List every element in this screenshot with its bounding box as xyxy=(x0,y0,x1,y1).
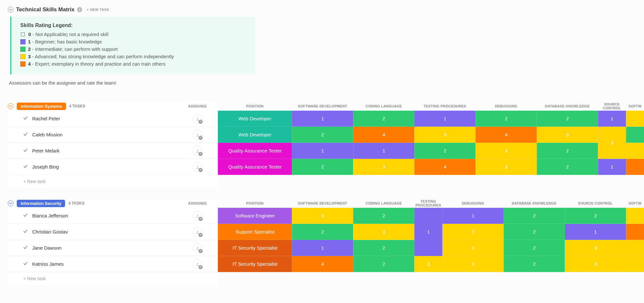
rating-cell[interactable]: 2 xyxy=(565,208,626,224)
group-pill[interactable]: Information Security xyxy=(17,200,65,207)
rating-cell[interactable]: 2 xyxy=(476,111,537,127)
rating-cell[interactable]: 2 xyxy=(353,208,414,224)
rating-cell[interactable]: 1 xyxy=(598,159,626,175)
position-cell[interactable]: Quality Assurance Tester xyxy=(218,159,292,175)
rating-cell[interactable]: 2 xyxy=(504,256,565,272)
section-collapse-toggle[interactable] xyxy=(8,7,14,13)
rating-cell[interactable]: 3 xyxy=(353,224,414,240)
rating-cell[interactable]: 4 xyxy=(414,159,476,175)
position-cell[interactable]: Quality Assurance Tester xyxy=(218,143,292,159)
add-assignee-button[interactable]: + xyxy=(193,227,202,237)
new-task-button[interactable]: + New task xyxy=(8,272,218,285)
rating-cell[interactable]: 2 xyxy=(504,224,565,240)
rating-cell[interactable]: 2 xyxy=(414,143,476,159)
column-header-skill: TESTING PROCEDURES xyxy=(414,102,476,111)
position-cell[interactable]: Software Engineer xyxy=(218,208,292,224)
rating-cell[interactable]: 3 xyxy=(598,127,626,159)
info-icon[interactable]: i xyxy=(77,7,82,12)
check-icon[interactable] xyxy=(23,213,28,218)
rating-cell[interactable] xyxy=(626,111,644,127)
group-collapse-toggle[interactable] xyxy=(8,103,14,109)
rating-cell[interactable]: 1 xyxy=(414,111,476,127)
rating-cell[interactable] xyxy=(626,256,644,272)
rating-cell[interactable] xyxy=(626,208,644,224)
task-row[interactable]: Peter Melark+ xyxy=(8,143,218,159)
rating-cell[interactable]: 3 xyxy=(292,208,353,224)
check-icon[interactable] xyxy=(23,245,28,251)
plus-icon: + xyxy=(198,233,203,237)
add-assignee-button[interactable]: + xyxy=(193,211,202,221)
rating-cell[interactable]: 2 xyxy=(292,127,353,143)
add-assignee-button[interactable]: + xyxy=(193,114,202,124)
check-icon[interactable] xyxy=(23,132,28,137)
rating-cell[interactable]: 4 xyxy=(353,127,414,143)
check-icon[interactable] xyxy=(23,261,28,267)
task-row[interactable]: Joseph Bing+ xyxy=(8,159,218,175)
rating-cell[interactable]: 1 xyxy=(414,208,442,256)
position-cell[interactable]: IT Security Specialist xyxy=(218,240,292,256)
rating-cell[interactable]: 1 xyxy=(598,111,626,127)
rating-cell[interactable] xyxy=(626,127,644,143)
task-row[interactable]: Caleb Mission+ xyxy=(8,127,218,143)
task-row[interactable]: Jane Dawson+ xyxy=(8,240,218,256)
rating-cell[interactable]: 2 xyxy=(504,208,565,224)
add-assignee-button[interactable]: + xyxy=(193,259,202,269)
rating-cell[interactable]: 3 xyxy=(414,256,442,272)
rating-cell[interactable]: 3 xyxy=(414,127,476,143)
position-cell[interactable]: Web Developer xyxy=(218,127,292,143)
position-cell[interactable]: Web Developer xyxy=(218,111,292,127)
rating-cell[interactable] xyxy=(626,240,644,256)
add-assignee-button[interactable]: + xyxy=(193,130,202,140)
new-task-button[interactable]: + New task xyxy=(8,175,218,188)
task-row[interactable]: Katniss James+ xyxy=(8,256,218,272)
rating-cell[interactable]: 2 xyxy=(292,159,353,175)
rating-cell[interactable]: 1 xyxy=(292,111,353,127)
rating-cell[interactable]: 3 xyxy=(353,159,414,175)
add-assignee-button[interactable]: + xyxy=(193,146,202,156)
position-cell[interactable]: IT Security Specialist xyxy=(218,256,292,272)
svg-point-4 xyxy=(197,214,198,216)
rating-cell[interactable]: 2 xyxy=(353,256,414,272)
rating-cell[interactable]: 3 xyxy=(537,127,598,143)
rating-cell[interactable]: 3 xyxy=(565,256,626,272)
rating-cell[interactable]: 2 xyxy=(537,111,598,127)
task-row[interactable]: Christian Gostav+ xyxy=(8,224,218,240)
rating-cell[interactable]: 1 xyxy=(565,224,626,240)
rating-cell[interactable]: 2 xyxy=(537,143,598,159)
add-assignee-button[interactable]: + xyxy=(193,162,202,172)
rating-cell[interactable]: 2 xyxy=(504,240,565,256)
rating-cell[interactable]: 3 xyxy=(565,240,626,256)
rating-cell[interactable]: 1 xyxy=(353,143,414,159)
check-icon[interactable] xyxy=(23,116,28,121)
new-task-button-top[interactable]: + NEW TASK xyxy=(87,8,109,12)
rating-cell[interactable]: 2 xyxy=(537,159,598,175)
group-collapse-toggle[interactable] xyxy=(8,200,14,206)
legend-swatch xyxy=(20,54,25,59)
rating-cell[interactable]: 3 xyxy=(476,143,537,159)
rating-cell[interactable]: 1 xyxy=(292,143,353,159)
add-assignee-button[interactable]: + xyxy=(193,243,202,253)
rating-cell[interactable]: 3 xyxy=(476,159,537,175)
rating-cell[interactable]: 1 xyxy=(292,240,353,256)
rating-cell[interactable]: 3 xyxy=(442,256,504,272)
rating-cell[interactable] xyxy=(626,159,644,175)
check-icon[interactable] xyxy=(23,164,28,170)
task-row[interactable]: Rachel Peter+ xyxy=(8,111,218,127)
rating-cell[interactable]: 1 xyxy=(442,208,504,224)
rating-cell[interactable]: 2 xyxy=(353,240,414,256)
rating-cell[interactable] xyxy=(626,224,644,240)
rating-cell[interactable]: 3 xyxy=(442,224,504,240)
rating-cell[interactable]: 2 xyxy=(292,224,353,240)
legend-box: Skills Rating Legend: 0 - Not Applicable… xyxy=(10,17,255,74)
rating-cell[interactable]: 2 xyxy=(353,111,414,127)
rating-cell[interactable]: 4 xyxy=(476,127,537,143)
task-row[interactable]: Bianca Jefferson+ xyxy=(8,208,218,224)
rating-cell[interactable]: 4 xyxy=(292,256,353,272)
legend-swatch xyxy=(20,47,25,52)
group-pill[interactable]: Information Systems xyxy=(17,103,66,110)
check-icon[interactable] xyxy=(23,229,28,234)
check-icon[interactable] xyxy=(23,148,28,153)
rating-cell[interactable]: 3 xyxy=(442,240,504,256)
position-cell[interactable]: Support Specialist xyxy=(218,224,292,240)
rating-cell[interactable] xyxy=(626,143,644,159)
